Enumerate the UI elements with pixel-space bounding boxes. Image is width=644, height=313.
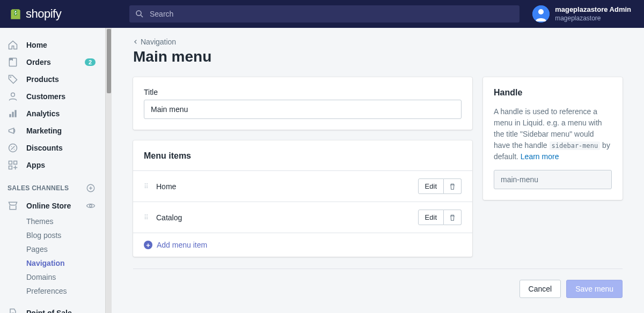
menu-item-label: Catalog <box>156 213 411 222</box>
handle-card: Handle A handle is used to reference a m… <box>483 77 623 200</box>
svg-rect-9 <box>14 110 16 117</box>
subnav-preferences[interactable]: Preferences <box>26 284 105 298</box>
drag-handle-icon[interactable]: ⠿ <box>144 214 149 221</box>
sidebar-item-customers[interactable]: Customers <box>0 88 105 105</box>
breadcrumb-label: Navigation <box>141 38 176 46</box>
svg-rect-7 <box>9 114 11 117</box>
sidebar-item-label: Home <box>26 41 96 49</box>
sidebar-item-label: Orders <box>26 58 77 66</box>
sidebar-item-discounts[interactable]: Discounts <box>0 139 105 156</box>
subnav-pages[interactable]: Pages <box>26 242 105 256</box>
add-channel-icon[interactable] <box>86 183 96 193</box>
orders-badge: 2 <box>85 58 96 66</box>
plus-circle-icon: + <box>144 241 152 249</box>
title-input[interactable] <box>144 100 462 119</box>
sales-channels-header: SALES CHANNELS <box>0 179 105 197</box>
footer-actions: Cancel Save menu <box>133 269 623 298</box>
edit-button[interactable]: Edit <box>418 210 444 225</box>
sidebar-scrollbar[interactable] <box>105 28 112 313</box>
svg-point-12 <box>11 146 12 147</box>
menu-item-row: ⠿ Catalog Edit <box>133 202 472 233</box>
edit-button[interactable]: Edit <box>418 178 444 194</box>
avatar <box>532 5 550 23</box>
svg-point-5 <box>10 77 12 78</box>
svg-rect-14 <box>9 161 12 165</box>
sidebar-item-label: Marketing <box>26 126 96 135</box>
save-button[interactable]: Save menu <box>566 280 623 298</box>
learn-more-link[interactable]: Learn more <box>521 152 559 161</box>
svg-line-1 <box>141 15 143 17</box>
orders-icon <box>8 57 18 68</box>
sidebar-item-products[interactable]: Products <box>0 71 105 88</box>
store-icon <box>8 200 18 211</box>
sidebar-item-label: Apps <box>26 161 96 169</box>
subnav-domains[interactable]: Domains <box>26 270 105 284</box>
account-name: mageplazastore Admin <box>555 5 631 14</box>
megaphone-icon <box>8 125 18 136</box>
code-example: sidebar-menu <box>550 141 601 150</box>
apps-icon <box>8 160 18 170</box>
cancel-button[interactable]: Cancel <box>519 280 561 298</box>
home-icon <box>8 40 18 50</box>
main-content: Navigation Main menu Title Menu items ⠿ … <box>112 28 644 313</box>
drag-handle-icon[interactable]: ⠿ <box>144 183 149 190</box>
sidebar-item-marketing[interactable]: Marketing <box>0 122 105 139</box>
sidebar-item-label: Online Store <box>26 202 78 210</box>
sidebar-item-label: Discounts <box>26 144 96 152</box>
trash-icon <box>449 183 456 190</box>
brand-name: shopify <box>26 7 61 21</box>
breadcrumb[interactable]: Navigation <box>133 38 623 46</box>
search-box[interactable] <box>129 5 519 23</box>
sidebar-item-analytics[interactable]: Analytics <box>0 105 105 122</box>
sidebar: Home Orders 2 Products Customers Analyti… <box>0 28 105 313</box>
account-menu[interactable]: mageplazastore Admin mageplazastore <box>528 5 635 23</box>
subnav-themes[interactable]: Themes <box>26 214 105 228</box>
trash-icon <box>449 214 456 221</box>
svg-point-13 <box>14 149 15 150</box>
sidebar-item-home[interactable]: Home <box>0 36 105 54</box>
svg-point-0 <box>136 11 141 16</box>
shopify-logo[interactable]: shopify <box>9 7 129 21</box>
discount-icon <box>8 143 18 153</box>
pos-icon <box>8 308 18 313</box>
handle-description: A handle is used to reference a menu in … <box>494 106 612 162</box>
person-icon <box>8 91 18 102</box>
search-icon <box>135 9 144 19</box>
sidebar-item-label: Analytics <box>26 109 96 118</box>
view-store-icon[interactable] <box>86 201 96 211</box>
menu-items-header: Menu items <box>133 140 472 170</box>
chevron-left-icon <box>133 39 138 44</box>
sidebar-item-online-store[interactable]: Online Store <box>0 197 105 214</box>
svg-rect-15 <box>14 161 17 165</box>
sidebar-item-label: Point of Sale <box>26 309 96 313</box>
page-title: Main menu <box>133 48 623 65</box>
sidebar-item-pos[interactable]: Point of Sale <box>0 304 105 313</box>
svg-rect-8 <box>12 112 13 117</box>
delete-button[interactable] <box>444 178 462 194</box>
title-card: Title <box>133 77 472 130</box>
svg-rect-16 <box>9 166 12 169</box>
add-menu-item-label: Add menu item <box>157 241 207 249</box>
tag-icon <box>8 74 18 85</box>
add-menu-item-button[interactable]: + Add menu item <box>133 233 472 257</box>
handle-title: Handle <box>494 88 612 98</box>
menu-item-row: ⠿ Home Edit <box>133 171 472 202</box>
sidebar-item-label: Customers <box>26 92 96 101</box>
menu-items-card: Menu items ⠿ Home Edit ⠿ Catalo <box>133 140 472 257</box>
shopify-bag-icon <box>9 7 23 21</box>
svg-point-22 <box>90 205 92 207</box>
sidebar-item-label: Products <box>26 75 96 84</box>
account-store: mageplazastore <box>555 14 631 23</box>
sidebar-item-orders[interactable]: Orders 2 <box>0 54 105 71</box>
sidebar-item-apps[interactable]: Apps <box>0 156 105 174</box>
analytics-icon <box>8 108 18 119</box>
search-input[interactable] <box>150 10 514 18</box>
section-label: SALES CHANNELS <box>8 184 86 192</box>
menu-item-label: Home <box>156 182 411 191</box>
subnav-blog-posts[interactable]: Blog posts <box>26 228 105 242</box>
delete-button[interactable] <box>444 210 462 225</box>
title-field-label: Title <box>144 88 462 96</box>
handle-input[interactable] <box>494 170 612 189</box>
subnav-navigation[interactable]: Navigation <box>26 256 105 270</box>
svg-point-3 <box>538 9 544 14</box>
